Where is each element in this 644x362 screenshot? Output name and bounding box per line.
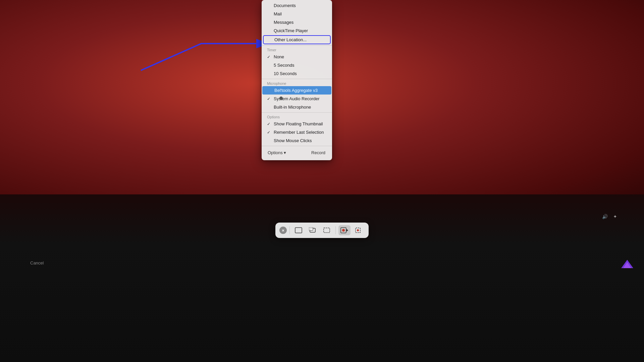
svg-rect-4: [324, 228, 330, 233]
microphone-section-label: Microphone: [262, 80, 332, 86]
record-fullscreen-button[interactable]: [338, 225, 351, 235]
record-button[interactable]: Record: [307, 148, 329, 157]
record-selection-button[interactable]: [353, 225, 365, 235]
svg-rect-1: [295, 228, 302, 233]
system-status-bar: 🔊 ✦: [602, 214, 617, 219]
capture-selection-button[interactable]: [321, 225, 333, 235]
close-button[interactable]: ×: [279, 227, 287, 234]
menu-item-10seconds[interactable]: 10 Seconds: [262, 69, 332, 78]
svg-point-9: [357, 229, 359, 231]
menu-item-builtin-mic[interactable]: Built-in Microphone: [262, 103, 332, 111]
svg-rect-3: [309, 227, 313, 231]
check-system-audio: ✓: [267, 97, 272, 101]
menu-item-show-floating[interactable]: ✓ Show Floating Thumbnail: [262, 120, 332, 128]
toolbar-separator-2: [335, 226, 336, 234]
toolbar-separator-1: [289, 226, 290, 234]
menu-item-remember-selection[interactable]: ✓ Remember Last Selection: [262, 128, 332, 136]
separator-4: [262, 146, 332, 146]
check-none: ✓: [267, 55, 272, 59]
svg-point-6: [342, 229, 345, 232]
timer-section-label: Timer: [262, 47, 332, 53]
background-keyboard: [0, 194, 644, 362]
check-floating: ✓: [267, 122, 272, 126]
options-section-label: Options: [262, 114, 332, 120]
screen-capture-toolbar: ×: [275, 223, 369, 238]
volume-icon: 🔊: [602, 214, 608, 219]
menu-item-quicktime[interactable]: QuickTime Player: [262, 26, 332, 35]
menu-item-other-location[interactable]: Other Location...: [263, 35, 331, 44]
separator-3: [262, 112, 332, 113]
capture-window-button[interactable]: [307, 225, 319, 235]
svg-marker-7: [346, 229, 348, 232]
menu-item-none[interactable]: ✓ None: [262, 53, 332, 61]
brightness-icon: ✦: [613, 214, 617, 219]
menu-item-5seconds[interactable]: 5 Seconds: [262, 61, 332, 69]
menu-item-mail[interactable]: Mail: [262, 10, 332, 18]
cursor: [279, 97, 283, 100]
menu-item-bel-tools[interactable]: Bel'tools Aggregate v3: [262, 86, 331, 95]
cancel-text: Cancel: [30, 260, 44, 265]
options-dropdown-button[interactable]: Options ▾: [264, 148, 289, 157]
menu-item-show-mouse[interactable]: Show Mouse Clicks: [262, 136, 332, 145]
menu-item-system-audio[interactable]: ✓ System Audio Recorder: [262, 95, 332, 103]
separator-1: [262, 45, 332, 46]
capture-fullscreen-button[interactable]: [292, 225, 305, 235]
check-remember: ✓: [267, 130, 272, 135]
dropdown-menu: Documents Mail Messages QuickTime Player…: [262, 0, 332, 160]
brand-icon: [621, 258, 634, 272]
separator-2: [262, 79, 332, 79]
menu-item-documents[interactable]: Documents: [262, 1, 332, 10]
menu-item-messages[interactable]: Messages: [262, 18, 332, 26]
